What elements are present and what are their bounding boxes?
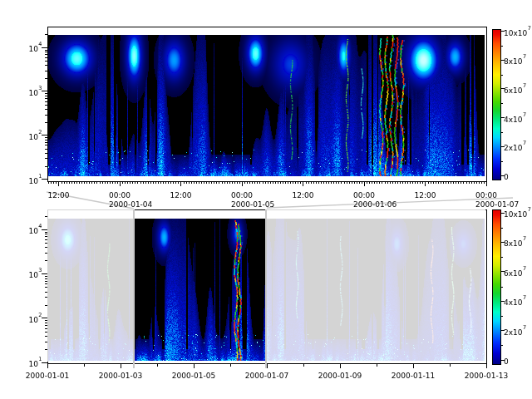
detail-x-minor-tick bbox=[433, 181, 434, 184]
detail-colorbar-tick-label-exp: 7 bbox=[528, 25, 531, 32]
detail-x-minor-tick bbox=[379, 181, 380, 184]
overview-x-minor-tick bbox=[157, 363, 158, 367]
dim-overlay-left bbox=[47, 209, 134, 362]
detail-x-minor-tick bbox=[105, 181, 106, 184]
detail-x-minor-tick bbox=[270, 181, 271, 184]
detail-x-minor-tick bbox=[285, 181, 286, 184]
detail-x-minor-tick bbox=[295, 181, 296, 184]
detail-x-minor-tick bbox=[268, 181, 268, 184]
selection-right-handle[interactable] bbox=[265, 209, 267, 368]
overview-y-minor-tick bbox=[45, 253, 48, 254]
detail-x-minor-tick bbox=[143, 181, 144, 184]
detail-colorbar-tick-label-exp: 7 bbox=[523, 53, 526, 60]
detail-x-minor-tick bbox=[390, 181, 391, 184]
overview-y-minor-tick bbox=[45, 349, 48, 350]
detail-y-tick-label-exp: 2 bbox=[38, 129, 42, 135]
detail-y-major-tick bbox=[42, 91, 47, 91]
overview-y-tick-label-exp: 1 bbox=[38, 356, 42, 362]
detail-x-minor-tick bbox=[469, 181, 470, 184]
overview-colorbar-tick-label: 8x107 bbox=[504, 237, 526, 248]
overview-y-minor-tick bbox=[45, 247, 48, 248]
overview-y-minor-tick bbox=[45, 305, 48, 306]
detail-x-minor-tick bbox=[214, 181, 214, 184]
detail-x-minor-tick bbox=[344, 181, 345, 184]
detail-x-minor-tick bbox=[125, 181, 126, 184]
detail-x-minor-tick bbox=[263, 181, 264, 184]
detail-x-minor-tick bbox=[69, 181, 70, 184]
overview-y-tick-label-base: 10 bbox=[28, 271, 37, 279]
detail-x-minor-tick bbox=[347, 181, 347, 184]
detail-colorbar-tick-label: 10x107 bbox=[504, 27, 530, 37]
detail-x-minor-tick bbox=[150, 181, 151, 184]
detail-x-minor-tick bbox=[96, 181, 97, 184]
detail-x-minor-tick bbox=[479, 181, 480, 184]
detail-x-major-tick bbox=[364, 181, 365, 186]
overview-colorbar-minor-tick bbox=[500, 345, 503, 346]
detail-x-minor-tick bbox=[130, 181, 131, 184]
detail-x-minor-tick bbox=[352, 181, 352, 184]
detail-colorbar-tick-label-base: 6x10 bbox=[504, 86, 523, 95]
detail-y-major-tick bbox=[42, 179, 47, 180]
detail-x-minor-tick bbox=[308, 181, 309, 184]
detail-y-minor-tick bbox=[45, 109, 48, 110]
detail-x-minor-tick bbox=[237, 181, 238, 184]
detail-x-minor-tick bbox=[397, 181, 398, 184]
overview-y-minor-tick bbox=[45, 283, 48, 284]
detail-x-minor-tick bbox=[148, 181, 149, 184]
detail-x-minor-tick bbox=[456, 181, 456, 184]
detail-colorbar-tick-label-base: 10x10 bbox=[504, 29, 527, 37]
detail-x-minor-tick bbox=[300, 181, 301, 184]
detail-x-minor-tick bbox=[280, 181, 281, 184]
overview-colorbar-tick-label: 10x107 bbox=[504, 208, 530, 219]
detail-x-minor-tick bbox=[234, 181, 235, 184]
detail-y-tick-label: 101 bbox=[17, 175, 42, 185]
detail-x-minor-tick bbox=[259, 181, 260, 184]
detail-x-tick-label: 00:00 bbox=[470, 191, 503, 200]
detail-x-minor-tick bbox=[110, 181, 111, 184]
detail-colorbar-minor-tick bbox=[500, 46, 503, 47]
detail-x-minor-tick bbox=[402, 181, 403, 184]
detail-y-tick-label: 102 bbox=[17, 131, 42, 141]
detail-y-minor-tick bbox=[45, 142, 48, 143]
detail-y-tick-label-base: 10 bbox=[28, 177, 37, 185]
detail-y-minor-tick bbox=[45, 98, 48, 99]
detail-x-minor-tick bbox=[64, 181, 65, 184]
detail-x-minor-tick bbox=[168, 181, 169, 184]
detail-x-minor-tick bbox=[290, 181, 291, 184]
overview-colorbar-tick-label-base: 0 bbox=[504, 357, 509, 366]
detail-x-minor-tick bbox=[160, 181, 161, 184]
detail-x-minor-tick bbox=[298, 181, 298, 184]
detail-colorbar-minor-tick bbox=[500, 103, 503, 104]
detail-x-minor-tick bbox=[331, 181, 332, 184]
detail-y-minor-tick bbox=[45, 101, 48, 102]
detail-colorbar-tick-label-exp: 7 bbox=[523, 111, 526, 118]
detail-colorbar-minor-tick bbox=[500, 161, 503, 162]
detail-x-minor-tick bbox=[288, 181, 288, 184]
overview-x-major-tick bbox=[121, 363, 121, 368]
overview-x-tick-label: 2000-01-03 bbox=[94, 372, 147, 380]
detail-x-minor-tick bbox=[412, 181, 413, 184]
selection-region[interactable] bbox=[135, 209, 265, 363]
overview-y-minor-tick bbox=[45, 278, 48, 279]
detail-x-minor-tick bbox=[254, 181, 255, 184]
overview-colorbar-tick-label: 6x107 bbox=[504, 267, 526, 278]
overview-y-minor-tick bbox=[45, 332, 48, 332]
detail-x-minor-tick bbox=[471, 181, 472, 184]
detail-x-minor-tick bbox=[410, 181, 411, 184]
detail-x-minor-tick bbox=[155, 181, 156, 184]
overview-x-tick-label: 2000-01-13 bbox=[460, 372, 513, 380]
detail-x-minor-tick bbox=[51, 181, 52, 184]
detail-y-minor-tick bbox=[45, 65, 48, 66]
detail-y-minor-tick bbox=[45, 166, 48, 167]
detail-x-minor-tick bbox=[229, 181, 230, 184]
detail-x-minor-tick bbox=[387, 181, 388, 184]
overview-y-minor-tick bbox=[45, 328, 48, 329]
overview-y-minor-tick bbox=[45, 320, 48, 321]
detail-x-minor-tick bbox=[62, 181, 62, 184]
detail-x-minor-tick bbox=[466, 181, 467, 184]
detail-x-minor-tick bbox=[81, 181, 82, 184]
detail-x-minor-tick bbox=[407, 181, 408, 184]
detail-x-minor-tick bbox=[377, 181, 377, 184]
detail-x-minor-tick bbox=[448, 181, 449, 184]
overview-y-tick-label: 101 bbox=[17, 357, 42, 368]
